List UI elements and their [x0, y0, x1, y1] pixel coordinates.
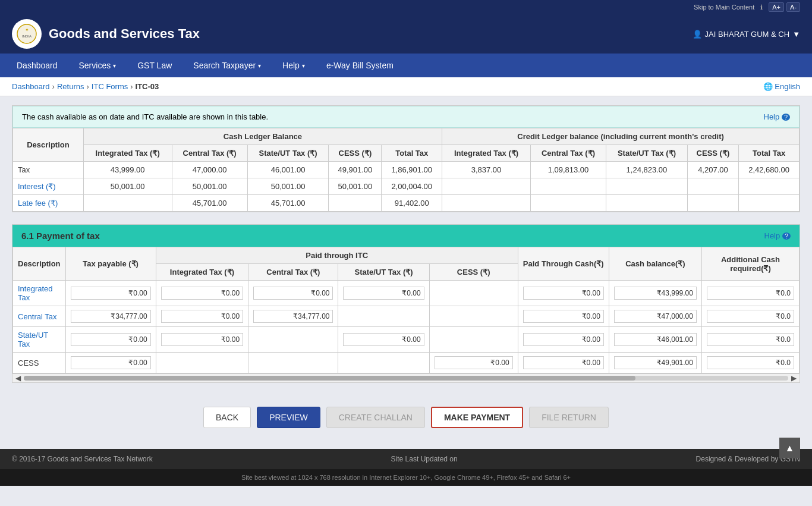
- pay-col-taxpayable: Tax payable (₹): [65, 247, 156, 281]
- col-credit-ledger: Credit Ledger balance (including current…: [442, 128, 800, 145]
- col-cash-cess: CESS (₹): [329, 145, 382, 162]
- site-title: Goods and Services Tax: [49, 26, 200, 42]
- font-decrease-button[interactable]: A-: [786, 2, 800, 12]
- skip-link[interactable]: Skip to Main Content: [694, 4, 754, 11]
- pay-row-cess-additional[interactable]: [701, 353, 799, 373]
- pay-col-description: Description: [13, 247, 66, 281]
- pay-row-stateut-additional[interactable]: [701, 327, 799, 353]
- pay-row-cess-cash-balance[interactable]: [609, 353, 701, 373]
- make-payment-button[interactable]: MAKE PAYMENT: [431, 407, 523, 428]
- col-credit-integrated: Integrated Tax (₹): [442, 145, 531, 162]
- pay-row-central-label: Central Tax: [13, 306, 66, 327]
- nav-gst-law[interactable]: GST Law: [127, 54, 182, 77]
- cash-table-help-link[interactable]: Help ?: [764, 112, 791, 121]
- row-latefee-credit-integrated: [442, 195, 531, 212]
- pay-row-integrated-label: IntegratedTax: [13, 281, 66, 306]
- scroll-thumb[interactable]: [24, 376, 635, 381]
- scroll-right-arrow[interactable]: ▶: [791, 374, 797, 382]
- horizontal-scrollbar[interactable]: ◀ ▶: [12, 373, 800, 382]
- pay-row-integrated-itc-central[interactable]: [248, 281, 338, 306]
- pay-row-integrated-itc-cess: [429, 281, 518, 306]
- pay-row-central-cash-balance[interactable]: [609, 306, 701, 327]
- row-latefee-cash-central: 45,701.00: [172, 195, 247, 212]
- pay-row-central-itc-central[interactable]: [248, 306, 338, 327]
- table-row: Tax 43,999.00 47,000.00 46,001.00 49,901…: [13, 162, 800, 178]
- pay-col-paid-cash: Paid Through Cash(₹): [518, 247, 609, 281]
- pay-row-stateut-itc-integrated[interactable]: [156, 327, 248, 353]
- pay-row-central-additional[interactable]: [701, 306, 799, 327]
- breadcrumb: Dashboard › Returns › ITC Forms › ITC-03: [12, 82, 159, 91]
- footer-browser-note: Site best viewed at 1024 x 768 resolutio…: [0, 469, 812, 486]
- breadcrumb-sep-1: ›: [52, 82, 55, 91]
- row-interest-cash-total: 2,00,004.00: [382, 178, 442, 195]
- pay-row-integrated-itc-stateut[interactable]: [338, 281, 429, 306]
- row-tax-cash-central: 47,000.00: [172, 162, 247, 178]
- nav-help[interactable]: Help ▾: [272, 54, 316, 77]
- pay-row-central-itc-integrated[interactable]: [156, 306, 248, 327]
- footer-last-updated: Site Last Updated on: [391, 455, 458, 463]
- table-row: Central Tax: [13, 306, 800, 327]
- payment-table-scroll[interactable]: Description Tax payable (₹) Paid through…: [12, 247, 800, 373]
- nav-services[interactable]: Services ▾: [68, 54, 127, 77]
- logo-emblem: ✦ INDIA: [12, 19, 42, 49]
- col-cash-stateut: State/UT Tax (₹): [247, 145, 329, 162]
- pay-row-integrated-taxpayable[interactable]: ₹0.00: [65, 281, 156, 306]
- nav-search-taxpayer[interactable]: Search Taxpayer ▾: [182, 54, 272, 77]
- pay-row-central-taxpayable[interactable]: [65, 306, 156, 327]
- pay-row-cess-itc-stateut: [338, 353, 429, 373]
- payment-section-header: 6.1 Payment of tax Help ?: [12, 225, 800, 247]
- preview-button[interactable]: PREVIEW: [257, 407, 320, 428]
- pay-row-stateut-paid-cash[interactable]: [518, 327, 609, 353]
- pay-row-integrated-paid-cash[interactable]: [518, 281, 609, 306]
- font-increase-button[interactable]: A+: [769, 2, 784, 12]
- user-menu[interactable]: 👤 JAI BHARAT GUM & CH ▼: [693, 30, 800, 39]
- row-latefee-cash-cess: [329, 195, 382, 212]
- payment-section-title: 6.1 Payment of tax: [21, 231, 100, 241]
- pay-row-cess-itc-integrated: [156, 353, 248, 373]
- row-interest-cash-cess: 50,001.00: [329, 178, 382, 195]
- nav-eway-bill[interactable]: e-Way Bill System: [316, 54, 404, 77]
- back-button[interactable]: BACK: [203, 407, 251, 428]
- col-cash-central: Central Tax (₹): [172, 145, 247, 162]
- pay-row-central-itc-cess: [429, 306, 518, 327]
- breadcrumb-dashboard[interactable]: Dashboard: [12, 82, 50, 91]
- col-cash-ledger: Cash Ledger Balance: [83, 128, 442, 145]
- breadcrumb-bar: Dashboard › Returns › ITC Forms › ITC-03…: [0, 77, 812, 96]
- user-icon: 👤: [693, 30, 702, 39]
- row-latefee-cash-total: 91,402.00: [382, 195, 442, 212]
- pay-row-cess-itc-cess[interactable]: [429, 353, 518, 373]
- pay-row-stateut-itc-cess: [429, 327, 518, 353]
- row-tax-credit-total: 2,42,680.00: [739, 162, 800, 178]
- pay-row-integrated-itc-integrated[interactable]: [156, 281, 248, 306]
- row-tax-cash-total: 1,86,901.00: [382, 162, 442, 178]
- payment-table-container: 6.1 Payment of tax Help ? Description Ta…: [12, 224, 800, 383]
- payment-table: Description Tax payable (₹) Paid through…: [12, 247, 800, 373]
- row-interest-credit-cess: [687, 178, 738, 195]
- payment-help-link[interactable]: Help ?: [764, 231, 791, 240]
- row-interest-credit-integrated: [442, 178, 531, 195]
- breadcrumb-returns[interactable]: Returns: [57, 82, 84, 91]
- scroll-to-top-button[interactable]: ▲: [779, 438, 800, 458]
- pay-row-stateut-itc-stateut[interactable]: [338, 327, 429, 353]
- language-selector[interactable]: 🌐 English: [763, 82, 800, 91]
- create-challan-button: CREATE CHALLAN: [326, 407, 425, 428]
- pay-row-integrated-cash-balance[interactable]: [609, 281, 701, 306]
- help-icon: ?: [782, 114, 790, 121]
- scroll-track[interactable]: [24, 376, 788, 381]
- row-latefee-credit-stateut: [606, 195, 688, 212]
- pay-row-stateut-taxpayable[interactable]: [65, 327, 156, 353]
- pay-row-stateut-cash-balance[interactable]: [609, 327, 701, 353]
- cash-ledger-table: Description Cash Ledger Balance Credit L…: [12, 128, 800, 212]
- table-row: Late fee (₹) 45,701.00 45,701.00 91,402.…: [13, 195, 800, 212]
- row-interest-cash-central: 50,001.00: [172, 178, 247, 195]
- nav-dashboard[interactable]: Dashboard: [6, 54, 68, 77]
- row-interest-credit-central: [530, 178, 606, 195]
- pay-row-cess-taxpayable[interactable]: [65, 353, 156, 373]
- breadcrumb-itc-forms[interactable]: ITC Forms: [92, 82, 128, 91]
- pay-row-central-paid-cash[interactable]: [518, 306, 609, 327]
- pay-row-cess-paid-cash[interactable]: [518, 353, 609, 373]
- breadcrumb-current: ITC-03: [136, 82, 159, 91]
- user-name: JAI BHARAT GUM & CH: [705, 30, 790, 39]
- pay-row-integrated-additional[interactable]: [701, 281, 799, 306]
- scroll-left-arrow[interactable]: ◀: [15, 374, 21, 382]
